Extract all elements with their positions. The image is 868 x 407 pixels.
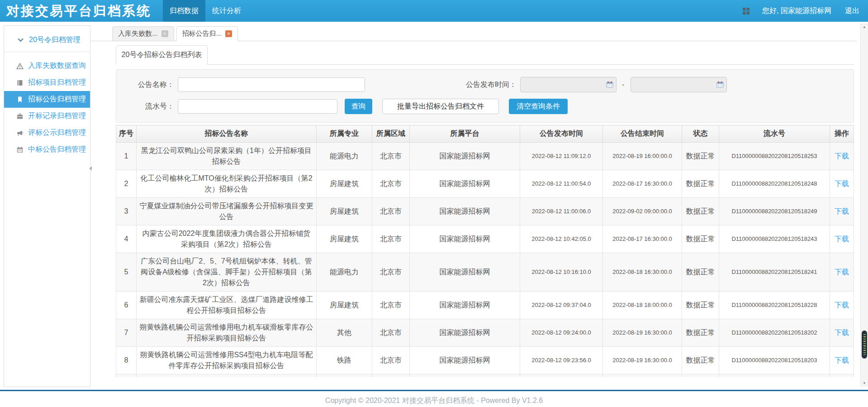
sidebar-item-label: 入库失败数据查询	[28, 61, 86, 71]
download-link[interactable]: 下载	[835, 268, 849, 276]
download-link[interactable]: 下载	[835, 152, 849, 160]
cell-platform: 国家能源招标网	[410, 170, 520, 198]
header-right: 您好, 国家能源招标网 退出	[742, 0, 868, 22]
scroll-up-icon[interactable]	[861, 24, 868, 30]
announcement-name-input[interactable]	[178, 77, 365, 92]
table-row: 6 新疆公司准东露天煤矿工业区、选煤厂道路建设维修工程公开招标项目招标公告 房屋…	[116, 292, 854, 319]
column-header-status: 状态	[682, 125, 719, 143]
chevron-down-icon	[17, 37, 24, 43]
nav-tab-archive-data[interactable]: 归档数据	[163, 0, 205, 22]
cell-major: 房屋建筑	[317, 170, 372, 198]
cell-status: 数据正常	[682, 225, 719, 253]
table-row: 1 黑龙江公司双鸭山公司尿素采购（1年）公开招标项目招标公告 能源电力 北京市 …	[116, 143, 854, 170]
scrollbar-thumb[interactable]	[862, 330, 867, 359]
publish-date-end-input[interactable]	[631, 77, 727, 92]
top-nav: 归档数据 统计分析	[163, 0, 248, 22]
sidebar-item-label: 开标记录归档管理	[28, 111, 86, 121]
calendar-picker-icon	[716, 81, 724, 88]
column-header-announcement-name: 招标公告名称	[137, 125, 317, 143]
download-link[interactable]: 下载	[835, 180, 849, 187]
sidebar-collapse-handle[interactable]	[87, 162, 94, 175]
cell-status: 数据正常	[682, 319, 719, 347]
publish-date-start-input[interactable]	[520, 77, 617, 92]
table-row-partial	[116, 374, 854, 378]
cell-index: 4	[116, 225, 137, 253]
cell-serial: D1100000088202208120518248	[719, 170, 830, 198]
cell-platform: 国家能源招标网	[410, 347, 520, 374]
logout-link[interactable]: 退出	[845, 6, 859, 16]
clear-conditions-button[interactable]: 清空查询条件	[509, 99, 568, 114]
cell-platform: 国家能源招标网	[410, 225, 520, 253]
serial-number-input[interactable]	[178, 99, 337, 114]
cell-announcement-name: 朔黄铁路机辆公司运营维修用SS4型电力机车电阻等配件零库存公开招标采购项目招标公…	[137, 347, 317, 374]
content-area: 20号令归档管理 入库失败数据查询 招标项目归档管理	[0, 22, 857, 387]
download-link[interactable]: 下载	[835, 356, 849, 364]
sidebar-item-label: 评标公示归档管理	[28, 128, 86, 138]
cell-announcement-name: 内蒙古公司2022年度集团级液力偶合器公开招标铺货采购项目（第2次）招标公告	[137, 225, 317, 253]
cell-end-time: 2022-08-18 16:30:00.0	[603, 253, 682, 292]
close-icon[interactable]	[225, 30, 232, 37]
sidebar-item-bid-opening-archive[interactable]: 开标记录归档管理	[4, 108, 90, 124]
sidebar-item-announcement-archive[interactable]: 招标公告归档管理	[4, 91, 90, 108]
table-row: 5 广东公司台山电厂2、5、7号机组锅炉本体、转机、管阀设备A级检修（含保温、脚…	[116, 253, 854, 292]
search-button[interactable]: 查询	[345, 99, 372, 114]
cell-announcement-name: 化工公司榆林化工MTO催化剂采购公开招标项目（第2次）招标公告	[137, 170, 317, 198]
main-panel: 入库失败数... 招标公告归... 20号令招标公告归档列表 公告名称：	[90, 22, 857, 387]
copyright-text: Copyright © 2020-2021 对接交易平台归档系统 - Power…	[325, 397, 543, 404]
cell-end-time: 2022-08-19 16:00:00.0	[603, 143, 682, 170]
cell-announcement-name: 广东公司台山电厂2、5、7号机组锅炉本体、转机、管阀设备A级检修（含保温、脚手架…	[137, 253, 317, 292]
close-icon[interactable]	[161, 30, 168, 37]
app-header: 对接交易平台归档系统 归档数据 统计分析 您好, 国家能源招标网 退出	[0, 0, 868, 22]
table-row: 8 朔黄铁路机辆公司运营维修用SS4型电力机车电阻等配件零库存公开招标采购项目招…	[116, 347, 854, 374]
cell-index: 1	[116, 143, 137, 170]
tab-announcement-archive[interactable]: 招标公告归...	[176, 26, 238, 41]
warning-triangle-icon	[16, 62, 24, 70]
cell-end-time: 2022-08-19 16:30:00.0	[603, 319, 682, 347]
cell-region: 北京市	[372, 347, 410, 374]
nav-tab-statistics[interactable]: 统计分析	[205, 0, 248, 22]
cell-publish-time: 2022-08-12 09:24:00.0	[520, 319, 603, 347]
calendar-picker-icon	[606, 81, 613, 88]
cell-region: 北京市	[372, 319, 410, 347]
cell-status: 数据正常	[682, 292, 719, 319]
sidebar-item-winning-announcement-archive[interactable]: 中标公告归档管理	[4, 141, 90, 158]
cell-publish-time: 2022-08-12 11:00:54.0	[520, 170, 603, 198]
app-title: 对接交易平台归档系统	[0, 0, 163, 22]
sidebar-item-label: 中标公告归档管理	[28, 145, 86, 154]
scroll-down-icon[interactable]	[861, 380, 868, 387]
cell-major: 铁路	[317, 347, 372, 374]
vertical-scrollbar[interactable]	[860, 24, 868, 387]
panel-tab-announcement-list[interactable]: 20号令招标公告归档列表	[116, 45, 208, 65]
table-row: 3 宁夏煤业煤制油分公司带压堵漏服务公开招标项目变更公告 房屋建筑 北京市 国家…	[116, 198, 854, 225]
cell-platform: 国家能源招标网	[410, 319, 520, 347]
calendar-icon	[16, 146, 24, 153]
batch-export-button[interactable]: 批量导出招标公告归档文件	[382, 99, 499, 114]
download-link[interactable]: 下载	[835, 235, 849, 243]
table-header: 序号 招标公告名称 所属专业 所属区域 所属平台 公告发布时间 公告结束时间 状…	[116, 125, 854, 143]
tab-storage-fail[interactable]: 入库失败数...	[112, 26, 174, 41]
briefcase-icon	[16, 113, 24, 120]
column-header-action: 操作	[830, 125, 854, 143]
sidebar-section-toggle[interactable]: 20号令归档管理	[4, 26, 90, 52]
sidebar-item-storage-fail-query[interactable]: 入库失败数据查询	[4, 57, 90, 74]
sidebar-item-evaluation-publicity-archive[interactable]: 评标公示归档管理	[4, 124, 90, 141]
sidebar-section-title: 20号令归档管理	[29, 35, 81, 45]
cell-major: 能源电力	[317, 253, 372, 292]
publish-time-label: 公告发布时间：	[466, 80, 517, 90]
cell-platform: 国家能源招标网	[410, 253, 520, 292]
megaphone-icon	[16, 129, 24, 137]
cell-major: 其他	[317, 319, 372, 347]
cell-index: 6	[116, 292, 137, 319]
download-link[interactable]: 下载	[835, 329, 849, 336]
cell-index: 2	[116, 170, 137, 198]
download-link[interactable]: 下载	[835, 301, 849, 309]
download-link[interactable]: 下载	[835, 207, 849, 215]
form-row-2: 流水号： 查询 批量导出招标公告归档文件 清空查询条件	[116, 99, 854, 114]
cell-publish-time: 2022-08-12 11:00:06.0	[520, 198, 603, 225]
cell-platform: 国家能源招标网	[410, 198, 520, 225]
sidebar-item-label: 招标项目归档管理	[28, 78, 86, 87]
cell-serial: D1100000088202208120518243	[719, 225, 830, 253]
column-header-serial: 流水号	[719, 125, 830, 143]
apps-grid-icon[interactable]	[742, 7, 750, 15]
sidebar-item-project-archive[interactable]: 招标项目归档管理	[4, 74, 90, 91]
